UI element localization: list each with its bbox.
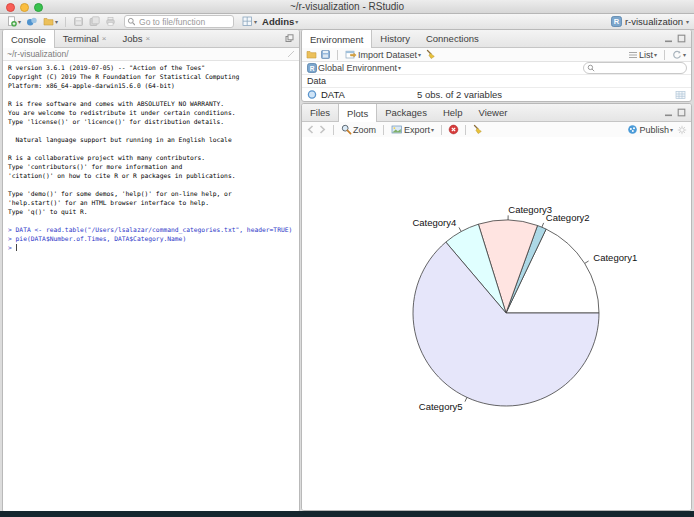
fullscreen-window-button[interactable] — [34, 3, 43, 12]
new-file-button[interactable]: ▾ — [5, 16, 22, 27]
list-view-button[interactable]: List ▾ — [627, 50, 658, 60]
pie-label-tick — [542, 223, 544, 227]
console-line: Type 'q()' to quit R. — [8, 207, 294, 216]
zoom-icon — [341, 124, 352, 135]
minimize-panel-icon[interactable] — [664, 108, 673, 117]
plots-panel: Files Plots Packages Help Viewer Zoom — [301, 103, 692, 511]
object-summary: 5 obs. of 2 variables — [417, 89, 671, 100]
tab-jobs[interactable]: Jobs × — [114, 30, 158, 47]
tab-environment[interactable]: Environment — [302, 30, 372, 48]
environment-search-input[interactable] — [597, 63, 681, 74]
view-table-icon[interactable] — [675, 90, 686, 100]
environment-scope-menu[interactable]: R Global Environment ▾ — [306, 63, 402, 73]
next-plot-icon — [318, 124, 327, 135]
console-output[interactable]: R version 3.6.1 (2019-07-05) -- "Action … — [3, 61, 299, 254]
workspace: Console Terminal × Jobs × ~/r-visualizat… — [2, 29, 692, 511]
environment-panel: Environment History Connections — [301, 29, 692, 102]
pie-chart: Category1Category2Category3Category4Cate… — [302, 137, 691, 510]
data-object-icon[interactable] — [307, 89, 317, 100]
tab-plots[interactable]: Plots — [338, 104, 377, 122]
pie-label-tick — [585, 261, 589, 263]
search-icon — [587, 64, 595, 72]
refresh-icon — [672, 50, 682, 60]
working-directory-link[interactable]: ~/r-visualization/ — [7, 49, 69, 59]
clear-plots-broom-icon[interactable] — [472, 124, 483, 135]
rstudio-window: ~/r-visualization - RStudio ▾ ▾ — [0, 0, 694, 517]
main-toolbar: ▾ ▾ ▾ Addins ▾ — [0, 14, 694, 30]
panes-layout-button[interactable]: ▾ — [241, 16, 258, 27]
console-line — [8, 144, 294, 153]
tab-connections[interactable]: Connections — [418, 30, 487, 47]
close-window-button[interactable] — [6, 3, 15, 12]
goto-file-input[interactable] — [137, 16, 231, 28]
console-line: Natural language support but running in … — [8, 135, 294, 144]
addins-menu[interactable]: Addins ▾ — [261, 16, 299, 27]
load-workspace-icon[interactable] — [306, 49, 317, 60]
console-line: R version 3.6.1 (2019-07-05) -- "Action … — [8, 63, 294, 72]
toolbar-separator — [65, 17, 66, 27]
tab-console[interactable]: Console — [3, 30, 55, 48]
refresh-environment-button[interactable]: ▾ — [671, 50, 687, 60]
environment-tabbar: Environment History Connections — [302, 30, 691, 48]
console-line — [8, 216, 294, 225]
import-dataset-button[interactable]: Import Dataset ▾ — [344, 49, 422, 60]
maximize-panel-icon[interactable] — [677, 108, 686, 117]
console-line — [8, 180, 294, 189]
clear-objects-broom-icon[interactable] — [425, 49, 436, 60]
environment-toolbar: Import Dataset ▾ List ▾ ▾ — [302, 48, 691, 62]
minimize-window-button[interactable] — [20, 3, 29, 12]
open-file-button[interactable]: ▾ — [42, 16, 59, 27]
save-button — [72, 16, 85, 27]
svg-text:R: R — [614, 17, 620, 26]
console-tabbar: Console Terminal × Jobs × — [3, 30, 299, 48]
environment-search-box[interactable] — [583, 62, 687, 74]
console-line: You are welcome to redistribute it under… — [8, 108, 294, 117]
panes-grid-icon — [242, 16, 253, 27]
publish-icon — [627, 124, 638, 135]
close-icon[interactable]: × — [146, 34, 151, 43]
console-line: R is free software and comes with ABSOLU… — [8, 99, 294, 108]
data-section-header: Data — [302, 75, 691, 87]
console-line: 'help.start()' for an HTML browser inter… — [8, 198, 294, 207]
environment-scope-row: R Global Environment ▾ — [302, 62, 691, 75]
refresh-plot-icon — [677, 125, 687, 135]
goto-file-icon — [127, 17, 135, 26]
object-row-data[interactable]: DATA 5 obs. of 2 variables — [302, 87, 691, 102]
tab-packages[interactable]: Packages — [377, 104, 435, 121]
pie-label-tick — [465, 397, 467, 401]
pie-label-category4: Category4 — [412, 217, 456, 228]
open-folder-icon — [43, 16, 54, 27]
tab-help[interactable]: Help — [435, 104, 471, 121]
tab-files[interactable]: Files — [302, 104, 338, 121]
publish-plot-button[interactable]: Publish ▾ — [626, 124, 674, 135]
console-panel: Console Terminal × Jobs × ~/r-visualizat… — [2, 29, 300, 513]
close-icon[interactable]: × — [102, 34, 107, 43]
maximize-panel-icon[interactable] — [677, 34, 686, 43]
project-menu[interactable]: R r-visualization ▾ — [611, 16, 689, 27]
new-project-button[interactable] — [25, 16, 39, 27]
tab-terminal[interactable]: Terminal × — [55, 30, 115, 47]
object-name: DATA — [321, 89, 413, 100]
tab-viewer[interactable]: Viewer — [470, 104, 515, 121]
goto-file-box[interactable] — [124, 15, 234, 28]
pie-label-category3: Category3 — [508, 204, 552, 215]
console-line: R is a collaborative project with many c… — [8, 153, 294, 162]
list-icon — [628, 50, 638, 60]
remove-plot-icon[interactable] — [448, 124, 459, 135]
pie-label-category5: Category5 — [419, 401, 463, 412]
console-line: > pie(DATA$Number.of.Times, DATA$Categor… — [8, 234, 294, 243]
titlebar: ~/r-visualization - RStudio — [0, 0, 694, 14]
pie-label-tick — [459, 227, 461, 231]
zoom-plot-button[interactable]: Zoom — [340, 124, 377, 135]
save-workspace-icon[interactable] — [320, 49, 331, 60]
export-icon — [391, 124, 403, 135]
console-line: Type 'contributors()' for more informati… — [8, 162, 294, 171]
plot-area: Category1Category2Category3Category4Cate… — [302, 137, 691, 510]
tab-history[interactable]: History — [372, 30, 418, 47]
export-plot-button[interactable]: Export ▾ — [390, 124, 435, 135]
print-button — [104, 16, 117, 27]
previous-plot-icon — [306, 124, 315, 135]
maximize-panel-icon[interactable] — [285, 34, 294, 43]
minimize-panel-icon[interactable] — [664, 34, 673, 43]
console-line: Platform: x86_64-apple-darwin15.6.0 (64-… — [8, 81, 294, 90]
